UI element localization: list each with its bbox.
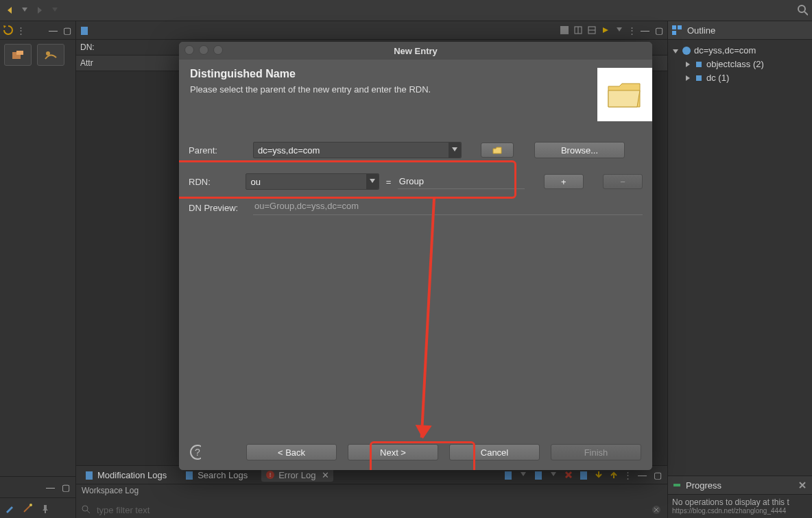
rdn-label: RDN: [189, 177, 240, 187]
tree-child-2[interactable]: dc (1) [672, 71, 808, 85]
svg-point-5 [29, 504, 32, 506]
filter-row [76, 501, 667, 518]
svg-line-1 [804, 12, 808, 15]
forward-arrow-icon[interactable] [34, 5, 45, 16]
outline-tree: dc=yss,dc=com objectclass (2) dc (1) [668, 40, 812, 476]
tab-search-logs[interactable]: Search Logs [180, 469, 252, 482]
editor-minimize-icon[interactable]: — [639, 25, 651, 36]
dn-preview-row: DN Preview: ou=Group,dc=yss,dc=com [189, 201, 643, 215]
editor-ctrl-3-icon[interactable] [586, 25, 597, 36]
logs-delete-icon[interactable] [563, 469, 574, 480]
outline-tab-label: Outline [687, 25, 715, 36]
pencil-icon[interactable] [4, 503, 15, 514]
browse-button[interactable]: Browse... [534, 142, 625, 158]
progress-body: No operations to display at this t https… [668, 495, 812, 517]
minimize-icon[interactable]: — [47, 25, 59, 36]
progress-tabbar: Progress [668, 476, 812, 495]
left-bottom-minimize-icon[interactable]: — [45, 482, 56, 493]
progress-close-icon[interactable] [797, 480, 808, 491]
browse-button-label: Browse... [561, 145, 598, 156]
logs-action-1-dd-icon[interactable] [518, 469, 529, 480]
back-dropdown-icon[interactable] [19, 5, 30, 16]
rdn-value-input[interactable] [398, 175, 525, 189]
close-traffic-icon[interactable] [184, 45, 194, 55]
dialog-titlebar[interactable]: New Entry [179, 42, 652, 60]
cancel-button-label: Cancel [481, 447, 508, 458]
left-panel: ⋮ — ▢ — ▢ [0, 21, 76, 518]
progress-empty-text: No operations to display at this t [672, 497, 808, 507]
left-bottom-maximize-icon[interactable]: ▢ [60, 482, 71, 493]
rdn-attr-combo[interactable]: ou [246, 173, 379, 190]
logs-action-2-icon[interactable] [533, 469, 544, 480]
parent-label: Parent: [189, 145, 248, 156]
tree-child-2-label: dc (1) [706, 71, 729, 85]
tab-error-log[interactable]: ! Error Log ✕ [261, 469, 333, 482]
outline-tab[interactable]: Outline [668, 21, 812, 40]
svg-rect-26 [672, 31, 676, 35]
progress-icon [672, 480, 682, 490]
logs-minimize-icon[interactable]: — [636, 470, 648, 480]
svg-rect-18 [580, 471, 587, 480]
palette-item-1[interactable] [4, 44, 32, 66]
logs-action-3-icon[interactable] [578, 469, 589, 480]
rdn-attr-caret-icon[interactable] [366, 174, 379, 189]
search-icon[interactable] [797, 5, 808, 16]
progress-link: https://blog.csdn.net/zhanglong_4444 [672, 507, 808, 515]
tab-error-log-close-icon[interactable]: ✕ [322, 470, 329, 480]
rdn-row: RDN: ou = + − [189, 173, 643, 190]
parent-history-button[interactable] [481, 143, 514, 158]
progress-tab-label: Progress [686, 480, 721, 491]
dialog-header: Distinguished Name Please select the par… [179, 60, 652, 130]
workspace-log-header: Workspace Log [76, 484, 667, 501]
logs-export-icon[interactable] [608, 469, 619, 480]
parent-combo-caret-icon[interactable] [449, 143, 461, 158]
editor-ctrl-2-icon[interactable] [573, 25, 584, 36]
svg-rect-3 [16, 51, 23, 55]
left-panel-tools [0, 497, 75, 518]
dialog-header-sub: Please select the parent of the new entr… [190, 84, 597, 95]
wand-icon[interactable] [22, 503, 33, 514]
dn-preview-label: DN Preview: [189, 203, 248, 213]
rdn-remove-label: − [620, 177, 625, 187]
help-icon[interactable]: ? [190, 447, 201, 458]
annotation-arrow [420, 198, 435, 438]
zoom-traffic-icon[interactable] [213, 45, 223, 55]
back-button[interactable]: < Back [246, 444, 337, 460]
editor-tabbar: ⋮ — ▢ [76, 21, 667, 40]
cancel-button[interactable]: Cancel [449, 444, 540, 460]
rdn-add-button[interactable]: + [544, 174, 584, 189]
editor-maximize-icon[interactable]: ▢ [654, 25, 665, 36]
dn-preview-value: ou=Group,dc=yss,dc=com [253, 201, 643, 215]
parent-value: dc=yss,dc=com [258, 145, 320, 156]
svg-rect-12 [86, 471, 93, 480]
logs-maximize-icon[interactable]: ▢ [652, 470, 663, 480]
editor-run-icon[interactable] [600, 25, 611, 36]
next-button[interactable]: Next > [348, 444, 438, 460]
back-arrow-icon[interactable] [4, 5, 15, 16]
editor-dropdown-icon[interactable] [614, 25, 625, 36]
tree-child-1[interactable]: objectclass (2) [672, 58, 808, 71]
tab-modification-logs-label: Modification Logs [97, 470, 167, 480]
pin-icon[interactable] [40, 503, 51, 514]
logs-action-2-dd-icon[interactable] [548, 469, 559, 480]
forward-dropdown-icon[interactable] [49, 5, 60, 16]
outline-icon [672, 25, 683, 35]
app-toolbar [0, 0, 812, 21]
palette-item-2[interactable] [37, 44, 64, 66]
tree-root[interactable]: dc=yss,dc=com [672, 44, 808, 58]
filter-input[interactable] [95, 503, 647, 517]
maximize-icon[interactable]: ▢ [62, 25, 73, 36]
minimize-traffic-icon[interactable] [199, 45, 208, 55]
svg-point-27 [682, 47, 691, 55]
parent-combo[interactable]: dc=yss,dc=com [253, 142, 462, 158]
editor-title-icon [79, 25, 90, 36]
tab-modification-logs[interactable]: Modification Logs [80, 469, 171, 482]
filter-clear-icon[interactable] [651, 504, 662, 515]
logs-import-icon[interactable] [593, 469, 604, 480]
logs-action-1-icon[interactable] [503, 469, 514, 480]
editor-ctrl-1-icon[interactable] [559, 25, 570, 36]
svg-rect-13 [186, 471, 193, 480]
refresh-icon[interactable] [3, 25, 14, 36]
editor-area: ⋮ — ▢ DN: Attr Modification Logs Search … [76, 21, 667, 518]
attr-header-label: Attr [80, 58, 93, 68]
